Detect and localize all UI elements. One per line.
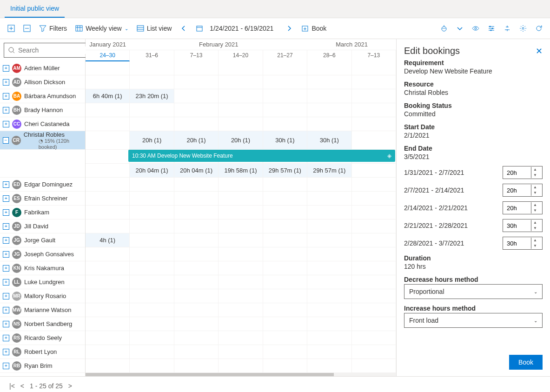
expand-toggle[interactable]: [3, 251, 9, 258]
spinner-up[interactable]: ▲: [531, 220, 539, 226]
timeline-cell[interactable]: [130, 289, 174, 303]
timeline-cell[interactable]: [174, 89, 219, 103]
timeline-cell[interactable]: [307, 317, 351, 331]
timeline-cell[interactable]: [307, 359, 351, 372]
timeline-cell[interactable]: [174, 331, 219, 345]
expand-toggle[interactable]: [3, 195, 9, 202]
timeline-cell[interactable]: [263, 75, 307, 89]
timeline-cell[interactable]: [86, 192, 130, 205]
timeline-cell[interactable]: [130, 219, 174, 233]
timeline-cell[interactable]: 4h (1): [86, 233, 130, 247]
expand-toggle[interactable]: [3, 349, 9, 355]
resource-row[interactable]: NSNorbert Sandberg: [0, 317, 85, 331]
spinner-up[interactable]: ▲: [531, 167, 539, 173]
spinner-down[interactable]: ▼: [531, 226, 539, 231]
timeline-cell[interactable]: [86, 317, 130, 331]
timeline[interactable]: January 2021February 2021March 2021 24–3…: [86, 39, 397, 376]
timeline-cell[interactable]: [130, 247, 174, 261]
resource-row[interactable]: BABárbara Amundson: [0, 89, 85, 103]
book-button[interactable]: Book: [298, 22, 329, 35]
timeline-cell[interactable]: [263, 117, 307, 131]
close-icon[interactable]: ✕: [536, 46, 543, 56]
timeline-cell[interactable]: [174, 75, 219, 89]
timeline-cell[interactable]: 20h (1): [174, 131, 219, 149]
timeline-cell[interactable]: [219, 261, 263, 275]
timeline-cell[interactable]: [86, 331, 130, 345]
timeline-cell[interactable]: [130, 359, 174, 372]
hours-spinner[interactable]: ▲▼: [503, 184, 543, 197]
week-header[interactable]: 24–30: [86, 50, 130, 61]
expand-toggle[interactable]: [3, 79, 9, 86]
timeline-cell[interactable]: [307, 233, 351, 247]
timeline-cell[interactable]: [307, 261, 351, 275]
expand-toggle[interactable]: [3, 279, 9, 286]
timeline-cell[interactable]: [130, 275, 174, 289]
resource-row[interactable]: AMAdrien Müller: [0, 61, 85, 75]
first-page-button[interactable]: |<: [9, 382, 15, 390]
next-period-button[interactable]: [283, 22, 296, 35]
tab-initial-public-view[interactable]: Initial public view: [5, 0, 65, 18]
expand-toggle[interactable]: [3, 93, 9, 100]
timeline-cell[interactable]: [219, 219, 263, 233]
chevron-down-icon[interactable]: [453, 22, 466, 35]
resource-row[interactable]: BHBrady Hannon: [0, 103, 85, 117]
book-submit-button[interactable]: Book: [509, 355, 543, 370]
resource-row[interactable]: MRMallory Rosario: [0, 289, 85, 303]
week-header[interactable]: 7–13: [174, 50, 219, 61]
next-page-button[interactable]: >: [68, 382, 72, 390]
timeline-cell[interactable]: [307, 89, 351, 103]
timeline-cell[interactable]: [130, 261, 174, 275]
timeline-cell[interactable]: 30h (1): [263, 131, 307, 149]
spinner-down[interactable]: ▼: [531, 190, 539, 196]
resource-row[interactable]: LLLuke Lundgren: [0, 275, 85, 289]
expand-toggle[interactable]: [3, 223, 9, 230]
timeline-cell[interactable]: [130, 206, 174, 219]
timeline-cell[interactable]: [263, 317, 307, 331]
timeline-cell[interactable]: 20h (1): [130, 131, 174, 149]
horizontal-scrollbar[interactable]: [86, 373, 396, 376]
timeline-cell[interactable]: [86, 206, 130, 219]
resource-row[interactable]: ADAllison Dickson: [0, 75, 85, 89]
timeline-cell[interactable]: [263, 192, 307, 205]
spinner-down[interactable]: ▼: [531, 243, 539, 249]
timeline-cell[interactable]: 30h (1): [307, 131, 351, 149]
timeline-cell[interactable]: [130, 331, 174, 345]
timeline-cell[interactable]: [174, 219, 219, 233]
timeline-cell[interactable]: [352, 247, 396, 261]
resource-row[interactable]: RSRicardo Seely: [0, 331, 85, 345]
timeline-cell[interactable]: [352, 89, 396, 103]
timeline-cell[interactable]: [263, 303, 307, 317]
resource-row[interactable]: JGJorge Gault: [0, 233, 85, 247]
spinner-up[interactable]: ▲: [531, 238, 539, 243]
resource-row[interactable]: RBRyan Brim: [0, 359, 85, 373]
timeline-cell[interactable]: [174, 289, 219, 303]
resource-row[interactable]: EDEdgar Dominguez: [0, 178, 85, 192]
expand-toggle[interactable]: [3, 107, 9, 113]
timeline-cell[interactable]: [174, 275, 219, 289]
resource-row[interactable]: FFabrikam: [0, 206, 85, 219]
timeline-cell[interactable]: [307, 247, 351, 261]
timeline-cell[interactable]: [307, 303, 351, 317]
timeline-cell[interactable]: [352, 317, 396, 331]
timeline-cell[interactable]: [174, 61, 219, 75]
timeline-cell[interactable]: [174, 247, 219, 261]
timeline-cell[interactable]: [352, 103, 396, 117]
timeline-cell[interactable]: [307, 178, 351, 191]
gear-icon[interactable]: [517, 22, 530, 35]
timeline-cell[interactable]: [307, 289, 351, 303]
collapse-all-icon[interactable]: [20, 22, 33, 35]
timeline-cell[interactable]: [307, 206, 351, 219]
timeline-cell[interactable]: [263, 289, 307, 303]
timeline-cell[interactable]: [86, 61, 130, 75]
timeline-cell[interactable]: [219, 117, 263, 131]
expand-toggle[interactable]: [3, 321, 9, 327]
refresh-icon[interactable]: [532, 22, 545, 35]
timeline-cell[interactable]: 29h 57m (1): [307, 164, 351, 177]
timeline-cell[interactable]: [174, 345, 219, 359]
timeline-cell[interactable]: [86, 164, 130, 177]
list-settings-icon[interactable]: [485, 22, 498, 35]
spinner-down[interactable]: ▼: [531, 173, 539, 178]
timeline-cell[interactable]: [86, 247, 130, 261]
timeline-cell[interactable]: [174, 233, 219, 247]
timeline-cell[interactable]: [219, 345, 263, 359]
